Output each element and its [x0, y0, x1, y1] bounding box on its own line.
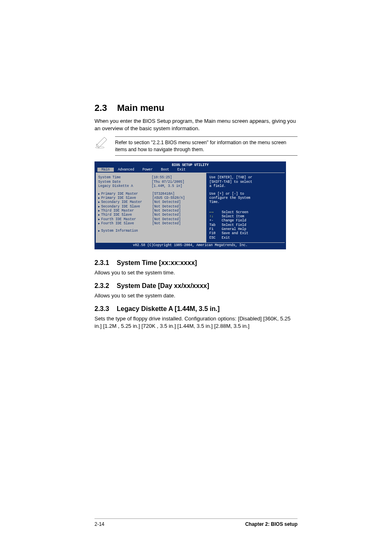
bios-field-label: System Time: [98, 175, 152, 180]
bios-field-value: [Not Detected]: [152, 200, 181, 204]
bios-help-text: configure the System: [209, 196, 282, 200]
bios-tab-power: Power: [138, 168, 157, 172]
bios-key: F1: [209, 227, 221, 231]
bios-key-desc: Save and Exit: [221, 231, 248, 235]
bios-field-value: [ST320410A]: [152, 192, 175, 196]
subsection-heading: 2.3.2System Date [Day xx/xx/xxxx]: [95, 282, 297, 290]
subsection-heading: 2.3.1System Time [xx:xx:xxxx]: [95, 259, 297, 267]
bios-copyright: v02.58 (C)Copyright 1985-2004, American …: [96, 243, 285, 248]
bios-key-desc: Select Screen: [221, 210, 248, 214]
bios-field-label: Third IDE Slave: [101, 213, 152, 217]
bios-key-desc: Select Item: [221, 214, 244, 219]
pencil-icon: [95, 136, 110, 149]
section-heading: 2.3Main menu: [95, 103, 297, 113]
triangle-right-icon: ▶: [98, 229, 100, 233]
bios-field-label: Third IDE Master: [101, 209, 152, 213]
bios-key: Tab: [209, 223, 221, 227]
bios-help-text: a field.: [209, 184, 282, 188]
bios-screenshot: BIOS SETUP UTILITY Main Advanced Power B…: [95, 161, 286, 249]
bios-field-label: Secondary IDE Slave: [101, 205, 152, 209]
subsection-text: Allows you to set the system time.: [95, 269, 297, 276]
bios-tab-main: Main: [97, 168, 114, 172]
bios-field-label: Legacy Diskette A: [98, 184, 152, 188]
page-number: 2-14: [95, 521, 104, 527]
subsection-number: 2.3.1: [95, 259, 117, 267]
subsection-text: Sets the type of floppy drive installed.…: [95, 315, 297, 330]
bios-field-value: [Not Detected]: [152, 217, 181, 221]
subsection-text: Allows you to set the system date.: [95, 292, 297, 299]
bios-field-label: Fourth IDE Master: [101, 217, 152, 221]
subsection-number: 2.3.2: [95, 282, 117, 290]
bios-main-panel: System Time[10:55:25] System Date[Thu 07…: [96, 173, 207, 242]
bios-title: BIOS SETUP UTILITY: [96, 163, 285, 168]
bios-key: ↑↓: [209, 214, 221, 219]
chapter-label: Chapter 2: BIOS setup: [245, 521, 297, 527]
bios-field-value: [Not Detected]: [152, 221, 181, 226]
subsection-number: 2.3.3: [95, 305, 117, 313]
bios-help-panel: Use [ENTER], [TAB] or [SHIFT-TAB] to sel…: [207, 173, 285, 242]
bios-field-label: Secondary IDE Master: [101, 200, 152, 204]
bios-help-text: Time.: [209, 200, 282, 204]
bios-field-label: Fourth IDE Slave: [101, 221, 152, 226]
bios-field-value: [1.44M, 3.5 in]: [152, 184, 182, 188]
bios-key: ←→: [209, 210, 221, 214]
bios-tab-advanced: Advanced: [114, 168, 138, 172]
triangle-right-icon: ▶: [98, 218, 100, 221]
subsection-title: Legacy Diskette A [1.44M, 3.5 in.]: [117, 305, 219, 312]
bios-field-value: [Thu 07/21/2005]: [152, 180, 184, 184]
bios-help-text: Use [+] or [-] to: [209, 192, 282, 196]
triangle-right-icon: ▶: [98, 205, 100, 209]
note-text: Refer to section "2.2.1 BIOS menu screen…: [115, 136, 297, 155]
bios-system-information: System Information: [101, 229, 154, 233]
bios-field-value: [Not Detected]: [152, 205, 181, 209]
bios-tab-boot: Boot: [157, 168, 173, 172]
bios-field-value: [ASUS CD-S520/A]: [152, 196, 185, 200]
bios-field-label: Primary IDE Slave: [101, 196, 152, 200]
bios-field-value: [Not Detected]: [152, 213, 181, 217]
bios-key: +-: [209, 219, 221, 223]
subsection-heading: 2.3.3Legacy Diskette A [1.44M, 3.5 in.]: [95, 305, 297, 313]
triangle-right-icon: ▶: [98, 196, 100, 200]
subsection-title: System Time [xx:xx:xxxx]: [117, 259, 197, 266]
section-number: 2.3: [95, 103, 117, 113]
bios-field-value: [Not Detected]: [152, 209, 181, 213]
bios-key-desc: General Help: [221, 227, 246, 231]
bios-field-label: Primary IDE Master: [101, 192, 152, 196]
bios-field-label: System Date: [98, 180, 152, 184]
bios-help-text: [SHIFT-TAB] to select: [209, 180, 282, 184]
bios-key: F10: [209, 231, 221, 235]
triangle-right-icon: ▶: [98, 200, 100, 204]
bios-help-text: Use [ENTER], [TAB] or: [209, 175, 282, 180]
triangle-right-icon: ▶: [98, 213, 100, 217]
bios-field-value: [10:55:25]: [152, 175, 172, 180]
bios-key: ESC: [209, 236, 221, 240]
page-footer: 2-14 Chapter 2: BIOS setup: [95, 518, 297, 527]
note-callout: Refer to section "2.2.1 BIOS menu screen…: [95, 136, 297, 155]
bios-key-desc: Select Field: [221, 223, 246, 227]
bios-tab-bar: Main Advanced Power Boot Exit: [96, 168, 285, 173]
triangle-right-icon: ▶: [98, 222, 100, 226]
triangle-right-icon: ▶: [98, 209, 100, 213]
section-title-text: Main menu: [117, 103, 164, 113]
bios-key-desc: Change Field: [221, 219, 246, 223]
bios-key-desc: Exit: [221, 236, 230, 240]
subsection-title: System Date [Day xx/xx/xxxx]: [117, 282, 209, 289]
bios-tab-exit: Exit: [173, 168, 190, 172]
triangle-right-icon: ▶: [98, 192, 100, 196]
intro-paragraph: When you enter the BIOS Setup program, t…: [95, 117, 297, 132]
